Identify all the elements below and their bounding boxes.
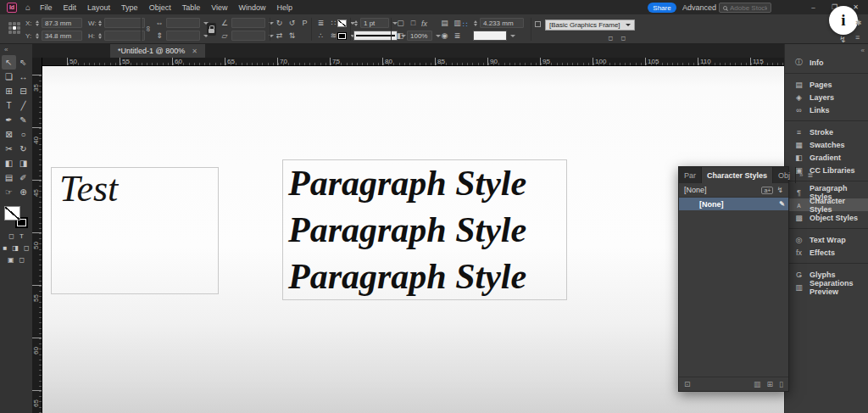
apply-color-icon[interactable]: ■ xyxy=(3,244,7,252)
menu-item[interactable]: Table xyxy=(182,3,201,12)
panel-tab[interactable]: Par xyxy=(679,167,702,183)
pen-tool[interactable]: ✒ xyxy=(2,113,16,127)
pencil-tool[interactable]: ✎ xyxy=(16,113,31,127)
menu-item[interactable]: Object xyxy=(149,3,171,12)
gap-stepper[interactable] xyxy=(473,20,478,26)
align-to-selection-icon[interactable]: ∴ xyxy=(315,31,326,40)
fill-proxy-swatch[interactable] xyxy=(4,206,20,220)
fill-swatch[interactable] xyxy=(337,20,347,27)
scale-y-field[interactable] xyxy=(166,31,200,41)
sidebar-panel-item[interactable]: ▩ Object Styles xyxy=(785,211,868,224)
formatting-icon[interactable]: T xyxy=(19,232,24,240)
home-icon[interactable]: ⌂ xyxy=(25,3,31,12)
apply-color-icon[interactable]: ◻ xyxy=(24,244,30,252)
stock-search[interactable] xyxy=(719,3,771,13)
menu-item[interactable]: Type xyxy=(121,3,138,12)
sidebar-panel-item[interactable]: ◧ Gradient xyxy=(785,151,868,164)
menu-item[interactable]: Edit xyxy=(64,3,77,12)
new-style-link-icon[interactable]: a+ xyxy=(761,187,773,194)
sidebar-panel-item[interactable]: ▥ Separations Preview xyxy=(785,281,868,293)
opacity-field[interactable]: 100% xyxy=(407,31,432,41)
rotation-field[interactable] xyxy=(231,18,265,28)
new-style-group-icon[interactable]: ▥ xyxy=(754,380,761,388)
line-tool[interactable]: ╱ xyxy=(16,98,31,113)
sidebar-panel-item[interactable]: ▤ Pages xyxy=(785,78,868,91)
corner-options-icon[interactable]: ▢ xyxy=(395,19,406,27)
rectangle-frame-tool[interactable]: ⊠ xyxy=(2,127,16,142)
stroke-weight-field[interactable]: 1 pt xyxy=(360,18,389,28)
fit-content-proportionally-icon[interactable]: ▥ xyxy=(452,19,463,27)
swatch-dropdown[interactable] xyxy=(473,31,507,41)
selection-tool[interactable]: ↖ xyxy=(2,55,16,70)
sidebar-panel-item[interactable]: ∞ Links xyxy=(785,103,868,116)
h-stepper[interactable] xyxy=(97,33,103,39)
menu-item[interactable]: Help xyxy=(277,3,293,12)
sidebar-panel-item[interactable]: ⓘ Info xyxy=(785,56,868,69)
rotate-cw-icon[interactable]: ↻ xyxy=(274,19,285,27)
menu-item[interactable]: Layout xyxy=(87,3,110,12)
x-stepper[interactable] xyxy=(35,20,40,26)
stroke-weight-stepper[interactable] xyxy=(353,20,359,26)
gap-tool[interactable]: ↔ xyxy=(16,70,31,84)
note-tool[interactable]: ▤ xyxy=(2,170,16,185)
zoom-tool[interactable]: ⊕ xyxy=(16,185,31,199)
sidebar-panel-item[interactable]: ◎ Text Wrap xyxy=(785,233,868,246)
menu-item[interactable]: Window xyxy=(239,3,266,12)
content-placer-tool[interactable]: ⊟ xyxy=(16,84,31,98)
object-style-dropdown[interactable]: [Basic Graphics Frame] xyxy=(545,20,635,31)
sidebar-panel-item[interactable]: ≡ Stroke xyxy=(785,126,868,138)
info-overlay-button[interactable]: i xyxy=(829,6,858,35)
direct-selection-tool[interactable]: ⇖ xyxy=(16,55,31,70)
w-stepper[interactable] xyxy=(97,20,103,26)
effects-icon[interactable]: fx xyxy=(421,20,427,28)
expand-panels-icon[interactable]: « xyxy=(861,47,865,54)
chain-link-icon[interactable]: ∞ xyxy=(144,24,153,34)
auto-fit-icon[interactable]: ≣ xyxy=(452,31,463,40)
search-input[interactable] xyxy=(730,4,767,12)
document-tab[interactable]: *Untitled-1 @ 800% ✕ xyxy=(110,44,205,58)
share-button[interactable]: Share xyxy=(648,3,676,13)
scale-x-field[interactable] xyxy=(166,18,200,28)
reference-point-proxy[interactable] xyxy=(8,22,20,34)
style-list-item[interactable]: [None] ✎ xyxy=(679,198,788,210)
gradient-swatch-tool[interactable]: ◧ xyxy=(2,156,16,170)
text-frame-test[interactable]: Test xyxy=(51,167,219,294)
panel-tab[interactable]: Obj xyxy=(773,167,796,183)
menu-item[interactable]: File xyxy=(40,3,53,12)
sidebar-panel-item[interactable]: ᴀ Character Styles xyxy=(785,198,868,211)
create-new-style-icon[interactable]: ⊞ xyxy=(767,380,774,388)
anchor-object-icon[interactable]: ∷ xyxy=(463,20,468,29)
constrain-proportions-lock[interactable] xyxy=(207,23,216,36)
stroke-swatch[interactable] xyxy=(337,32,347,40)
x-field[interactable]: 87.3 mm xyxy=(42,18,82,28)
panel-menu-icon[interactable]: ≣ xyxy=(808,171,814,179)
center-content-icon[interactable]: ◉ xyxy=(439,31,450,40)
document-canvas[interactable]: Test Paragraph StyleParagraph StyleParag… xyxy=(42,66,784,413)
eyedropper-tool[interactable]: ✐ xyxy=(16,170,31,185)
style-link-icon[interactable]: ⊡ xyxy=(684,380,691,388)
content-collector-tool[interactable]: ⊞ xyxy=(2,84,16,98)
sidebar-panel-item[interactable]: ▦ Swatches xyxy=(785,138,868,151)
indesign-app-icon[interactable]: Id xyxy=(7,3,17,13)
sidebar-panel-item[interactable]: fx Effects xyxy=(785,246,868,259)
y-stepper[interactable] xyxy=(35,33,40,39)
screen-mode-icon[interactable]: ◻ xyxy=(19,256,25,264)
flip-horizontal-icon[interactable]: ⇄ xyxy=(274,31,285,40)
sidebar-panel-item[interactable]: ◈ Layers xyxy=(785,91,868,103)
paragraph-direction-icon[interactable]: P xyxy=(299,19,310,27)
rotate-ccw-icon[interactable]: ↺ xyxy=(287,19,298,27)
panel-tab[interactable]: Character Styles xyxy=(702,167,773,183)
text-frame-paragraph-style[interactable]: Paragraph StyleParagraph StyleParagraph … xyxy=(282,159,567,300)
align-objects-icon[interactable]: ≣ xyxy=(315,19,326,27)
free-transform-tool[interactable]: ↻ xyxy=(16,142,31,156)
ellipse-tool[interactable]: ○ xyxy=(16,127,31,142)
corner-shape-icon[interactable]: □ xyxy=(408,19,419,27)
frame-fitting-icon[interactable]: ◻ xyxy=(605,35,616,42)
scissors-tool[interactable]: ✂ xyxy=(2,142,16,156)
panel-overflow-icon[interactable]: » xyxy=(799,171,803,179)
screen-mode-icon[interactable]: ▣ xyxy=(8,256,14,264)
menu-item[interactable]: View xyxy=(211,3,227,12)
page-tool[interactable]: ❏ xyxy=(2,70,16,84)
close-tab-icon[interactable]: ✕ xyxy=(192,47,198,55)
delete-style-icon[interactable]: ▯ xyxy=(779,380,783,388)
